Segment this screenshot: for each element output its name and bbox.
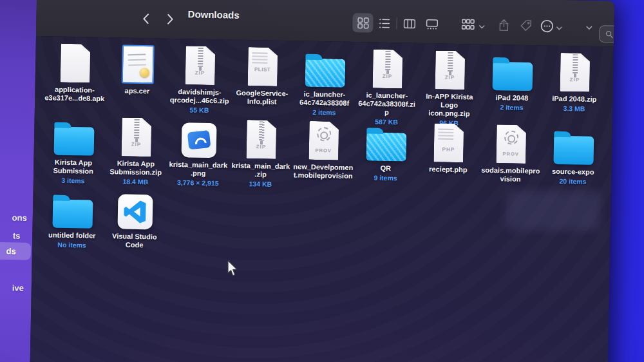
back-button[interactable] <box>138 10 155 27</box>
file-info <box>479 184 542 186</box>
file-tile[interactable]: source-expo 20 items <box>542 122 605 196</box>
folder-icon <box>553 136 594 165</box>
file-name: ic_launcher-64c742a38308f <box>293 90 355 108</box>
file-info: 3.3 MB <box>543 104 605 113</box>
prov-icon: PROV <box>308 121 339 160</box>
file-tile[interactable]: QR 9 items <box>354 119 418 193</box>
sidebar-item-partial[interactable]: ive <box>12 283 24 292</box>
group-by-icon <box>460 17 475 32</box>
file-name: new_Develpoment.mobileprovision <box>292 162 354 180</box>
file-tile[interactable]: PHP reciept.php <box>417 120 480 195</box>
file-name: QR <box>354 164 417 173</box>
file-tile[interactable]: ZIP ic_launcher-64c742a38308f.zip 587 KB <box>355 46 419 120</box>
file-info <box>106 96 168 97</box>
zip-icon: ZIP <box>246 120 276 159</box>
sidebar-item-partial[interactable]: ts <box>13 231 21 240</box>
folder-textured-icon <box>305 59 345 88</box>
window-title: Downloads <box>187 8 239 20</box>
file-tile[interactable]: application-e3e317e...de8.apk <box>43 41 107 115</box>
vscode-icon <box>117 194 153 229</box>
gallery-view-button[interactable] <box>421 14 442 34</box>
file-info: No items <box>41 240 103 249</box>
file-tile[interactable]: PLIST GoogleService-Info.plist <box>231 44 294 119</box>
file-tile[interactable]: Visual Studio Code <box>103 187 167 262</box>
doc-icon <box>60 44 90 83</box>
screen-glare <box>506 191 600 231</box>
cert-icon <box>121 44 154 84</box>
toolbar-divider <box>396 17 397 29</box>
file-name: iPad 2048.zip <box>543 94 605 104</box>
file-name: In-APP Kirista Logo icon.png.zip <box>418 92 481 119</box>
file-name: krista_main_dark.zip <box>229 162 292 180</box>
search-icon <box>605 30 614 39</box>
more-button[interactable] <box>538 17 556 35</box>
column-view-button[interactable] <box>399 14 420 33</box>
zip-icon: ZIP <box>372 50 402 89</box>
zip-icon: ZIP <box>121 117 151 157</box>
file-info: 9 items <box>354 173 417 182</box>
zip-icon: ZIP <box>560 53 590 92</box>
plist-icon: PLIST <box>247 47 278 86</box>
mouse-cursor <box>225 260 238 280</box>
file-info: 3 items <box>42 176 104 185</box>
file-name: GoogleService-Info.plist <box>231 89 293 107</box>
file-tile[interactable]: PROV sodais.mobileprovision <box>479 122 543 196</box>
file-tile[interactable]: ZIP In-APP Kirista Logo icon.png.zip 96 … <box>418 48 482 122</box>
file-info: 20 items <box>542 176 604 186</box>
file-name: ic_launcher-64c742a38308f.zip <box>355 91 419 117</box>
file-name: iPad 2048 <box>480 93 543 103</box>
list-view-button[interactable] <box>374 14 395 33</box>
zip-icon: ZIP <box>435 50 465 90</box>
file-tile[interactable]: ZIP Kirista App Submission.zip 18.4 MB <box>104 115 168 189</box>
folder-icon <box>53 127 94 156</box>
file-info: 18.4 MB <box>104 177 167 186</box>
file-name: krista_main_dark.png <box>167 160 229 178</box>
tag-icon <box>518 19 533 33</box>
file-name: davidshimjs-qrcodej...46c6.zip <box>168 88 231 106</box>
file-info: 2 items <box>480 103 543 112</box>
file-name: application-e3e317e...de8.apk <box>43 85 106 103</box>
folder-icon <box>52 200 93 229</box>
list-view-icon <box>377 16 391 30</box>
search-field[interactable] <box>599 25 614 44</box>
file-tile[interactable]: aps.cer <box>106 42 169 116</box>
file-tile[interactable]: ZIP krista_main_dark.zip 134 KB <box>229 117 293 191</box>
file-info <box>231 107 293 108</box>
forward-button[interactable] <box>161 11 178 28</box>
zip-icon: ZIP <box>185 46 215 85</box>
file-tile[interactable]: iPad 2048 2 items <box>480 49 544 123</box>
chevron-down-icon <box>555 24 563 32</box>
file-name: untitled folder <box>41 231 103 240</box>
folder-textured-icon <box>366 132 406 161</box>
file-info <box>292 180 354 182</box>
file-tile[interactable]: ZIP davidshimjs-qrcodej...46c6.zip 55 KB <box>168 43 232 117</box>
file-tile[interactable]: untitled folder No items <box>41 186 104 260</box>
file-tile[interactable]: PROV new_Develpoment.mobileprovision <box>292 118 355 192</box>
sidebar-item-partial[interactable]: ons <box>12 213 27 222</box>
file-name: source-expo <box>542 167 604 176</box>
icon-view-button[interactable] <box>352 13 374 33</box>
file-info <box>43 103 106 104</box>
column-view-icon <box>402 17 416 30</box>
toolbar-overflow-chevron[interactable] <box>585 23 593 35</box>
share-icon <box>497 18 511 32</box>
file-tile[interactable]: Kirista App Submission 3 items <box>42 113 106 187</box>
file-name: sodais.mobileprovision <box>479 166 542 184</box>
image-icon <box>181 122 216 158</box>
ellipsis-circle-icon <box>539 18 554 33</box>
file-info: 2 items <box>293 108 355 117</box>
file-name: Kirista App Submission <box>42 158 104 176</box>
file-tile[interactable]: ic_launcher-64c742a38308f 2 items <box>293 45 357 119</box>
more-chevron[interactable] <box>555 23 563 35</box>
file-info <box>417 175 479 176</box>
file-tile[interactable]: ZIP iPad 2048.zip 3.3 MB <box>543 50 607 124</box>
sidebar-item-partial[interactable]: ds <box>6 246 16 256</box>
gallery-view-icon <box>425 17 439 31</box>
file-name: Visual Studio Code <box>103 232 166 250</box>
tag-button[interactable] <box>516 17 535 35</box>
file-tile[interactable]: krista_main_dark.png 3,776 × 2,915 <box>167 116 231 190</box>
share-button[interactable] <box>495 17 513 34</box>
group-button[interactable] <box>459 16 477 33</box>
chevron-down-icon <box>585 24 593 32</box>
group-chevron[interactable] <box>478 22 486 33</box>
